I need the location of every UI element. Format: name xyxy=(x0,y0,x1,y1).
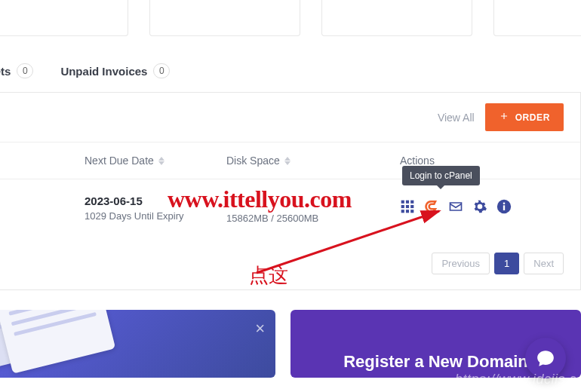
sort-icon xyxy=(284,157,290,165)
order-label: ORDER xyxy=(515,112,550,123)
card-placeholder xyxy=(321,0,472,36)
services-panel: View All ORDER Next Due Date Disk Space … xyxy=(0,92,581,290)
svg-rect-2 xyxy=(410,201,413,204)
tickets-count-badge: 0 xyxy=(17,63,33,78)
summary-row: ckets 0 Unpaid Invoices 0 xyxy=(0,44,581,92)
svg-rect-4 xyxy=(406,205,409,208)
panel-header: View All ORDER xyxy=(0,93,580,142)
due-date-value: 2023-06-15 xyxy=(85,194,143,207)
close-icon[interactable]: × xyxy=(255,319,265,338)
chat-icon xyxy=(536,348,555,368)
tickets-label: ckets xyxy=(0,65,11,78)
order-button[interactable]: ORDER xyxy=(485,103,564,131)
info-icon[interactable] xyxy=(496,199,512,214)
unpaid-invoices-summary[interactable]: Unpaid Invoices 0 xyxy=(60,63,170,78)
svg-rect-1 xyxy=(406,201,409,204)
plus-icon xyxy=(499,111,509,124)
login-cpanel-tooltip: Login to cPanel xyxy=(402,166,480,185)
next-button[interactable]: Next xyxy=(524,253,564,274)
table-header: Next Due Date Disk Space Actions xyxy=(0,142,580,179)
tickets-summary[interactable]: ckets 0 xyxy=(0,63,33,78)
svg-rect-0 xyxy=(401,201,404,204)
apps-grid-icon[interactable] xyxy=(400,199,415,214)
gear-icon[interactable] xyxy=(472,199,487,214)
svg-rect-8 xyxy=(410,210,413,213)
svg-rect-3 xyxy=(401,205,404,208)
promo-title: Register a New Domain xyxy=(343,352,528,372)
promo-row: × Register a New Domain xyxy=(0,310,581,378)
top-cards-row xyxy=(0,0,581,44)
card-placeholder xyxy=(149,0,300,36)
sort-icon xyxy=(158,157,164,165)
pagination: Previous 1 Next xyxy=(0,240,580,289)
card-placeholder xyxy=(493,0,581,36)
invoices-label: Unpaid Invoices xyxy=(60,65,147,78)
svg-point-11 xyxy=(503,203,506,205)
svg-rect-5 xyxy=(410,205,413,208)
table-row[interactable]: 2023-06-15 1029 Days Until Expiry 15862M… xyxy=(0,179,580,240)
col-header-due[interactable]: Next Due Date xyxy=(85,155,226,167)
actions-cell: Login to cPanel xyxy=(400,194,564,214)
prev-button[interactable]: Previous xyxy=(432,253,490,274)
col-header-actions: Actions xyxy=(400,155,564,167)
svg-rect-7 xyxy=(406,210,409,213)
mail-icon[interactable] xyxy=(448,199,463,214)
view-all-link[interactable]: View All xyxy=(438,112,475,124)
chat-widget-button[interactable] xyxy=(525,338,566,378)
page-1-button[interactable]: 1 xyxy=(494,253,519,274)
promo-card-left[interactable]: × xyxy=(0,310,275,378)
col-header-disk[interactable]: Disk Space xyxy=(226,155,400,167)
invoices-count-badge: 0 xyxy=(153,63,170,78)
svg-rect-6 xyxy=(401,210,404,213)
disk-usage-value: 15862MB / 25600MB xyxy=(226,213,318,224)
card-placeholder xyxy=(0,0,128,36)
svg-rect-10 xyxy=(503,205,505,210)
expiry-note: 1029 Days Until Expiry xyxy=(85,210,184,222)
cpanel-icon[interactable] xyxy=(424,199,439,214)
